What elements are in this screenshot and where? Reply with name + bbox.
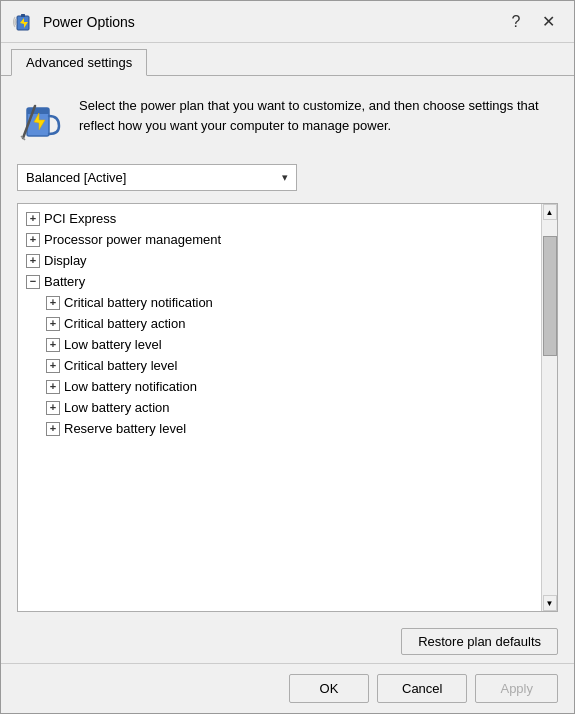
description-box: Select the power plan that you want to c… — [17, 92, 558, 150]
tree-item-label: Low battery level — [64, 337, 162, 352]
content-area: Select the power plan that you want to c… — [1, 76, 574, 620]
tree-item[interactable]: +Critical battery notification — [18, 292, 541, 313]
tree-item[interactable]: +PCI Express — [18, 208, 541, 229]
app-icon — [13, 11, 35, 33]
expand-collapse-icon[interactable]: + — [46, 317, 60, 331]
tree-item-label: Low battery notification — [64, 379, 197, 394]
tree-item[interactable]: −Battery — [18, 271, 541, 292]
expand-collapse-icon[interactable]: + — [46, 401, 60, 415]
ok-button[interactable]: OK — [289, 674, 369, 703]
power-icon-large — [17, 96, 67, 146]
dropdown-row: Balanced [Active] ▾ — [17, 164, 558, 191]
window-title: Power Options — [43, 14, 502, 30]
apply-button[interactable]: Apply — [475, 674, 558, 703]
cancel-button[interactable]: Cancel — [377, 674, 467, 703]
tree-item-label: PCI Express — [44, 211, 116, 226]
tree-item[interactable]: +Low battery action — [18, 397, 541, 418]
svg-rect-1 — [21, 14, 25, 17]
footer: OK Cancel Apply — [1, 663, 574, 713]
expand-collapse-icon[interactable]: + — [46, 422, 60, 436]
expand-collapse-icon[interactable]: + — [26, 254, 40, 268]
expand-collapse-icon[interactable]: + — [46, 296, 60, 310]
plan-dropdown[interactable]: Balanced [Active] ▾ — [17, 164, 297, 191]
expand-collapse-icon[interactable]: + — [26, 233, 40, 247]
scrollbar-down-button[interactable]: ▼ — [543, 595, 557, 611]
power-options-dialog: Power Options ? ✕ Advanced settings — [0, 0, 575, 714]
tree-item[interactable]: +Reserve battery level — [18, 418, 541, 439]
tab-advanced-settings[interactable]: Advanced settings — [11, 49, 147, 76]
tab-bar: Advanced settings — [1, 43, 574, 76]
tree-container: +PCI Express+Processor power management+… — [17, 203, 558, 612]
tree-item-label: Critical battery notification — [64, 295, 213, 310]
tree-item[interactable]: +Processor power management — [18, 229, 541, 250]
expand-collapse-icon[interactable]: + — [46, 359, 60, 373]
bottom-section: Restore plan defaults — [1, 620, 574, 663]
close-button[interactable]: ✕ — [534, 8, 562, 36]
tree-list[interactable]: +PCI Express+Processor power management+… — [18, 204, 541, 611]
tree-item-label: Critical battery action — [64, 316, 185, 331]
scrollbar-up-button[interactable]: ▲ — [543, 204, 557, 220]
expand-collapse-icon[interactable]: + — [26, 212, 40, 226]
expand-collapse-icon[interactable]: − — [26, 275, 40, 289]
help-button[interactable]: ? — [502, 8, 530, 36]
svg-rect-3 — [27, 108, 49, 114]
title-bar: Power Options ? ✕ — [1, 1, 574, 43]
expand-collapse-icon[interactable]: + — [46, 380, 60, 394]
tree-item[interactable]: +Critical battery action — [18, 313, 541, 334]
restore-plan-defaults-button[interactable]: Restore plan defaults — [401, 628, 558, 655]
description-text: Select the power plan that you want to c… — [79, 96, 558, 135]
tree-item-label: Low battery action — [64, 400, 170, 415]
tree-item-label: Processor power management — [44, 232, 221, 247]
tree-item[interactable]: +Low battery level — [18, 334, 541, 355]
tree-item[interactable]: +Low battery notification — [18, 376, 541, 397]
dropdown-value: Balanced [Active] — [26, 170, 126, 185]
tree-item-label: Battery — [44, 274, 85, 289]
tree-item-label: Display — [44, 253, 87, 268]
tree-item-label: Reserve battery level — [64, 421, 186, 436]
title-bar-controls: ? ✕ — [502, 8, 562, 36]
expand-collapse-icon[interactable]: + — [46, 338, 60, 352]
tree-item-label: Critical battery level — [64, 358, 177, 373]
scrollbar-thumb[interactable] — [543, 236, 557, 356]
scrollbar-track: ▲ ▼ — [541, 204, 557, 611]
tree-item[interactable]: +Display — [18, 250, 541, 271]
chevron-down-icon: ▾ — [282, 171, 288, 184]
tree-item[interactable]: +Critical battery level — [18, 355, 541, 376]
